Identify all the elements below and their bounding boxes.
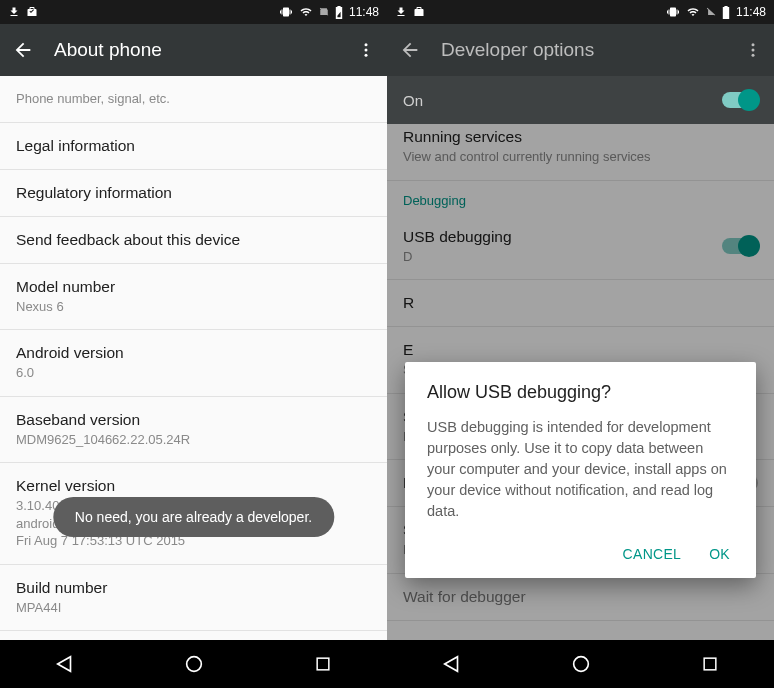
battery-icon — [335, 6, 343, 19]
store-icon — [413, 6, 425, 18]
svg-rect-4 — [317, 658, 329, 670]
vibrate-icon — [279, 6, 293, 18]
row-android-version[interactable]: Android version6.0 — [0, 330, 387, 397]
wifi-icon — [686, 6, 700, 18]
svg-point-1 — [365, 49, 368, 52]
usb-debugging-dialog: Allow USB debugging? USB debugging is in… — [405, 362, 756, 578]
app-bar: About phone — [0, 24, 387, 76]
row-regulatory[interactable]: Regulatory information — [0, 170, 387, 217]
download-icon — [8, 6, 20, 18]
svg-point-0 — [365, 43, 368, 46]
phone-left: 11:48 About phone Phone number, signal, … — [0, 0, 387, 688]
master-toggle[interactable] — [722, 92, 758, 108]
wifi-icon — [299, 6, 313, 18]
battery-icon — [722, 6, 730, 19]
back-icon[interactable] — [12, 39, 34, 61]
row-legal[interactable]: Legal information — [0, 123, 387, 170]
nav-recent-icon[interactable] — [700, 654, 720, 674]
app-bar: Developer options — [387, 24, 774, 76]
svg-point-5 — [752, 43, 755, 46]
nav-home-icon[interactable] — [570, 653, 592, 675]
page-title: About phone — [54, 39, 337, 61]
row-feedback[interactable]: Send feedback about this device — [0, 217, 387, 264]
no-sim-icon — [319, 6, 329, 18]
no-sim-icon — [706, 6, 716, 18]
nav-back-icon[interactable] — [441, 653, 463, 675]
vibrate-icon — [666, 6, 680, 18]
on-label: On — [403, 92, 423, 109]
dialog-title: Allow USB debugging? — [427, 382, 734, 403]
nav-back-icon[interactable] — [54, 653, 76, 675]
row-model[interactable]: Model numberNexus 6 — [0, 264, 387, 331]
page-title: Developer options — [441, 39, 724, 61]
overflow-icon[interactable] — [357, 41, 375, 59]
download-icon — [395, 6, 407, 18]
nav-recent-icon[interactable] — [313, 654, 333, 674]
row-baseband[interactable]: Baseband versionMDM9625_104662.22.05.24R — [0, 397, 387, 464]
dialog-body: USB debugging is intended for developmen… — [427, 417, 734, 522]
status-bar: 11:48 — [387, 0, 774, 24]
clock: 11:48 — [736, 5, 766, 19]
developer-toggle-row[interactable]: On — [387, 76, 774, 124]
row-build[interactable]: Build numberMPA44I — [0, 565, 387, 632]
overflow-icon[interactable] — [744, 41, 762, 59]
store-icon — [26, 6, 38, 18]
svg-point-6 — [752, 49, 755, 52]
svg-point-3 — [187, 657, 202, 672]
ok-button[interactable]: OK — [709, 546, 730, 562]
cancel-button[interactable]: CANCEL — [623, 546, 682, 562]
svg-rect-9 — [704, 658, 716, 670]
nav-bar — [0, 640, 387, 688]
phone-right: 11:48 Developer options On Running servi… — [387, 0, 774, 688]
svg-point-7 — [752, 54, 755, 57]
nav-home-icon[interactable] — [183, 653, 205, 675]
status-bar: 11:48 — [0, 0, 387, 24]
clock: 11:48 — [349, 5, 379, 19]
svg-point-2 — [365, 54, 368, 57]
dev-options-list: Running services View and control curren… — [387, 124, 774, 640]
nav-bar — [387, 640, 774, 688]
svg-point-8 — [574, 657, 589, 672]
row-status[interactable]: Phone number, signal, etc. — [0, 76, 387, 123]
back-icon[interactable] — [399, 39, 421, 61]
settings-list: Phone number, signal, etc. Legal informa… — [0, 76, 387, 640]
toast: No need, you are already a developer. — [53, 497, 334, 537]
